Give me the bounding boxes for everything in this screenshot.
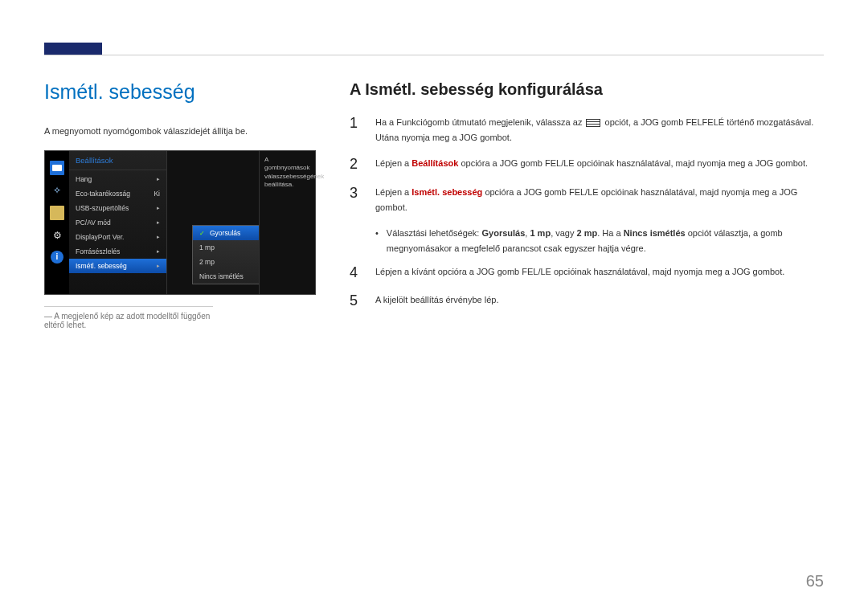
image-caption: A megjelenő kép az adott modelltől függő… xyxy=(44,306,213,329)
page-subtitle: A megnyomott nyomógombok válaszidejét ál… xyxy=(44,126,317,136)
page-title: Ismétl. sebesség xyxy=(44,80,317,104)
step-bullet: Választási lehetőségek: Gyorsulás, 1 mp,… xyxy=(375,226,824,255)
osd-screenshot: ✧ ⚙ i Beállítások Hang▸ Eco-takarékosság… xyxy=(44,150,316,295)
osd-description: A gombnyomások válaszsebességének beállí… xyxy=(259,151,315,294)
osd-sidebar: ✧ ⚙ i xyxy=(45,151,69,294)
step-5: 5 A kijelölt beállítás érvénybe lép. xyxy=(350,292,824,310)
step-1: 1 Ha a Funkciógomb útmutató megjelenik, … xyxy=(350,115,824,145)
step-2: 2 Lépjen a Beállítások opcióra a JOG gom… xyxy=(350,156,824,174)
section-title: A Ismétl. sebesség konfigurálása xyxy=(350,80,824,99)
menu-icon xyxy=(586,119,600,127)
page-number: 65 xyxy=(806,572,824,591)
osd-menu: Beállítások Hang▸ Eco-takarékosságKi USB… xyxy=(69,151,167,294)
info-icon: i xyxy=(51,251,63,264)
header-accent xyxy=(44,43,102,55)
picture-icon xyxy=(50,161,64,175)
step-3: 3 Lépjen a Ismétl. sebesség opcióra a JO… xyxy=(350,185,824,215)
step-4: 4 Lépjen a kívánt opcióra a JOG gomb FEL… xyxy=(350,264,824,282)
gear-icon: ⚙ xyxy=(50,228,64,243)
osd-menu-header: Beállítások xyxy=(76,156,113,165)
brightness-icon: ✧ xyxy=(50,183,64,198)
document-icon xyxy=(50,206,64,220)
header-rule xyxy=(44,55,824,55)
